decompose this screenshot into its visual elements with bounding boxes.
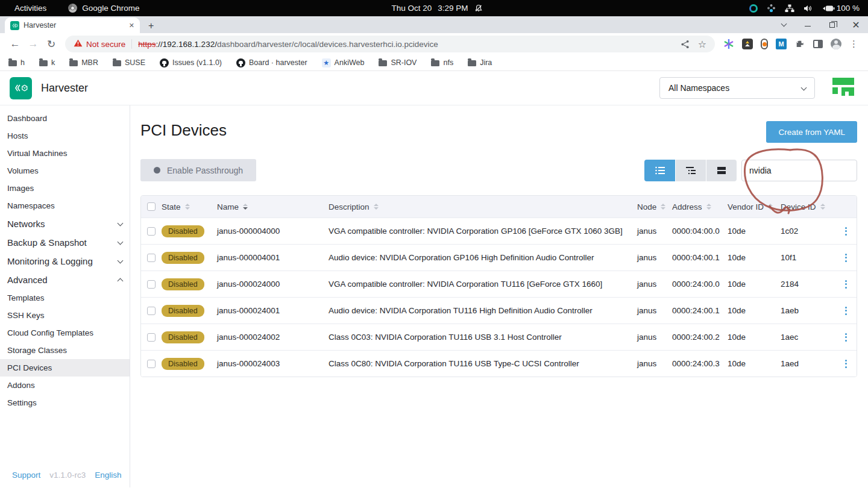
bookmark-link[interactable]: Issues (v1.1.0) <box>160 58 222 67</box>
tab-close-icon[interactable]: ✕ <box>129 22 134 30</box>
bookmark-folder[interactable]: SUSE <box>113 58 145 67</box>
select-all-checkbox[interactable] <box>147 202 156 211</box>
col-header-name[interactable]: Name <box>217 202 329 211</box>
row-checkbox[interactable] <box>147 333 156 342</box>
focused-app-menu[interactable]: Google Chrome <box>68 4 139 13</box>
share-icon[interactable] <box>681 40 690 49</box>
sidebar-item-hosts[interactable]: Hosts <box>0 127 130 145</box>
sidebar-item-cloud-config-templates[interactable]: Cloud Config Templates <box>0 324 130 342</box>
not-secure-label: Not secure <box>86 40 125 49</box>
tab-search-icon[interactable] <box>772 23 796 26</box>
device-id: 1aeb <box>781 306 835 315</box>
sort-icon <box>820 204 825 210</box>
sidebar-group-monitoring-logging[interactable]: Monitoring & Logging <box>0 252 130 271</box>
namespace-selector[interactable]: All Namespaces <box>659 77 815 99</box>
bookmark-folder[interactable]: Jira <box>468 58 492 67</box>
sidebar-item-virtual-machines[interactable]: Virtual Machines <box>0 145 130 162</box>
sidebar-item-templates[interactable]: Templates <box>0 289 130 307</box>
sidebar-item-images[interactable]: Images <box>0 180 130 197</box>
window-restore-button[interactable] <box>820 22 844 28</box>
row-actions-menu-icon[interactable] <box>845 280 847 289</box>
asterisk-extension-icon[interactable] <box>723 39 734 49</box>
device-name: janus-000024001 <box>217 306 329 315</box>
row-actions-menu-icon[interactable] <box>845 333 847 342</box>
enable-passthrough-button[interactable]: Enable Passthrough <box>140 159 256 181</box>
extensions-puzzle-icon[interactable] <box>794 39 805 49</box>
pill-extension-icon[interactable] <box>761 39 768 49</box>
browser-menu-icon[interactable]: ⋮ <box>849 39 858 49</box>
list-view-button[interactable] <box>644 160 675 181</box>
bookmark-star-icon[interactable]: ☆ <box>698 39 706 50</box>
harvester-logo[interactable] <box>10 77 32 99</box>
sidebar-item-ssh-keys[interactable]: SSH Keys <box>0 307 130 324</box>
col-header-vendor-id[interactable]: Vendor ID <box>728 202 781 211</box>
battery-icon <box>822 5 835 12</box>
address-bar[interactable]: Not secure https://192.168.1.232/dashboa… <box>65 36 715 52</box>
table-header-row: State Name Description Node Address Vend… <box>141 196 857 217</box>
system-tray[interactable]: 100 % <box>483 4 868 13</box>
filter-search-input[interactable] <box>741 160 857 181</box>
create-from-yaml-button[interactable]: Create from YAML <box>766 121 857 143</box>
rancher-logo[interactable] <box>832 77 855 99</box>
bookmark-link[interactable]: Board · harvester <box>236 58 307 67</box>
row-checkbox[interactable] <box>147 254 156 262</box>
device-vendor-id: 10de <box>728 253 781 262</box>
status-badge: Disabled <box>162 305 204 317</box>
col-header-state[interactable]: State <box>162 202 217 211</box>
folder-icon <box>379 60 387 66</box>
battery-percent: 100 % <box>837 4 860 13</box>
back-button[interactable]: ← <box>6 38 24 50</box>
sidebar-item-dashboard[interactable]: Dashboard <box>0 110 130 127</box>
row-actions-menu-icon[interactable] <box>845 227 847 236</box>
row-actions-menu-icon[interactable] <box>845 254 847 262</box>
language-link[interactable]: English <box>95 471 121 480</box>
dark-square-extension-icon[interactable] <box>742 39 753 49</box>
time-label: 3:29 PM <box>438 4 468 13</box>
sidebar-item-storage-classes[interactable]: Storage Classes <box>0 342 130 359</box>
sidebar-group-backup-snapshot[interactable]: Backup & Snapshot <box>0 233 130 252</box>
col-header-device-id[interactable]: Device ID <box>781 202 835 211</box>
col-header-address[interactable]: Address <box>672 202 728 211</box>
bookmark-link[interactable]: ★AnkiWeb <box>322 58 365 67</box>
device-name: janus-000024002 <box>217 333 329 342</box>
row-checkbox[interactable] <box>147 280 156 289</box>
m-extension-icon[interactable]: M <box>776 39 787 49</box>
reload-button[interactable]: ↻ <box>42 38 60 51</box>
activities-button[interactable]: Activities <box>14 4 46 13</box>
bookmark-folder[interactable]: k <box>39 58 55 67</box>
col-header-node[interactable]: Node <box>637 202 672 211</box>
col-header-description[interactable]: Description <box>329 202 637 211</box>
sidebar-item-namespaces[interactable]: Namespaces <box>0 197 130 214</box>
profile-avatar[interactable] <box>831 39 841 49</box>
card-view-button[interactable] <box>706 160 737 181</box>
forward-button[interactable]: → <box>24 38 42 50</box>
row-checkbox[interactable] <box>147 307 156 315</box>
sidebar-group-advanced[interactable]: Advanced <box>0 271 130 289</box>
sidebar-group-networks[interactable]: Networks <box>0 214 130 233</box>
bookmark-folder[interactable]: nfs <box>431 58 453 67</box>
bookmark-folder[interactable]: MBR <box>69 58 98 67</box>
grouped-view-button[interactable] <box>675 160 706 181</box>
device-description: Audio device: NVIDIA Corporation TU116 H… <box>329 306 637 315</box>
clock-menu[interactable]: Thu Oct 20 3:29 PM <box>391 4 482 13</box>
window-close-button[interactable]: ✕ <box>844 19 868 31</box>
sort-icon <box>374 204 379 210</box>
bookmark-folder[interactable]: SR-IOV <box>379 58 417 67</box>
sidebar-item-addons[interactable]: Addons <box>0 377 130 394</box>
side-panel-icon[interactable] <box>813 40 823 48</box>
status-badge: Disabled <box>162 225 204 237</box>
support-link[interactable]: Support <box>12 471 40 480</box>
device-description: VGA compatible controller: NVIDIA Corpor… <box>329 280 637 289</box>
browser-tab-harvester[interactable]: Harvester ✕ <box>5 17 140 33</box>
window-minimize-button[interactable] <box>796 23 820 27</box>
bookmark-folder[interactable]: h <box>8 58 25 67</box>
row-actions-menu-icon[interactable] <box>845 307 847 315</box>
sidebar-item-pci-devices[interactable]: PCI Devices <box>0 359 130 377</box>
row-checkbox[interactable] <box>147 227 156 236</box>
device-name: janus-000024000 <box>217 280 329 289</box>
sidebar-item-settings[interactable]: Settings <box>0 394 130 411</box>
row-actions-menu-icon[interactable] <box>845 360 847 368</box>
sidebar-item-volumes[interactable]: Volumes <box>0 162 130 180</box>
new-tab-button[interactable]: + <box>148 21 154 31</box>
row-checkbox[interactable] <box>147 360 156 368</box>
